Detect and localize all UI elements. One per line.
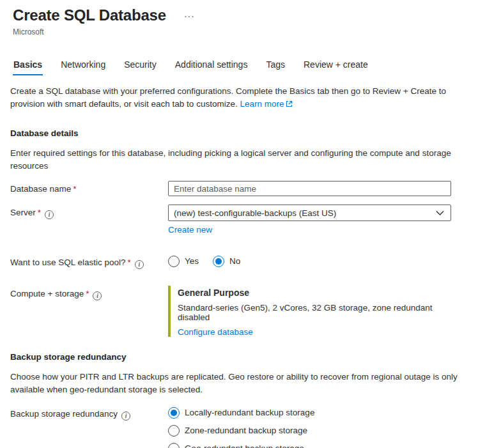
radio-option-label: Geo-redundant backup storage bbox=[185, 443, 304, 448]
server-label: Server*i bbox=[10, 205, 168, 219]
page-header: Create SQL Database ··· Microsoft bbox=[13, 6, 465, 36]
tab-security[interactable]: Security bbox=[123, 58, 157, 75]
backup-description: Choose how your PITR and LTR backups are… bbox=[10, 371, 461, 396]
elastic-pool-label: Want to use SQL elastic pool?*i bbox=[10, 254, 168, 269]
tab-review-create[interactable]: Review + create bbox=[303, 58, 369, 75]
learn-more-label: Learn more bbox=[240, 99, 284, 109]
backup-redundancy-row: Backup storage redundancyi Locally-redun… bbox=[10, 406, 465, 448]
elastic-pool-row: Want to use SQL elastic pool?*i Yes No bbox=[10, 254, 465, 269]
radio-option-yes[interactable]: Yes bbox=[168, 256, 199, 267]
more-options-icon[interactable]: ··· bbox=[184, 12, 195, 19]
radio-option-zone-redundant[interactable]: Zone-redundant backup storage bbox=[168, 425, 451, 436]
radio-option-label: Yes bbox=[185, 256, 199, 267]
chevron-down-icon bbox=[436, 208, 444, 218]
tab-networking[interactable]: Networking bbox=[60, 58, 106, 75]
publisher-label: Microsoft bbox=[13, 27, 465, 36]
configure-database-link[interactable]: Configure database bbox=[178, 327, 253, 337]
intro-text: Create a SQL database with your preferre… bbox=[10, 85, 461, 111]
info-icon[interactable]: i bbox=[45, 210, 54, 219]
backup-redundancy-radio-group: Locally-redundant backup storage Zone-re… bbox=[168, 406, 451, 448]
compute-storage-label: Compute + storage*i bbox=[10, 286, 168, 300]
database-name-label-text: Database name bbox=[10, 184, 71, 194]
tab-additional-settings[interactable]: Additional settings bbox=[174, 58, 249, 75]
section-heading-backup: Backup storage redundancy bbox=[10, 352, 465, 362]
tab-basics[interactable]: Basics bbox=[13, 58, 43, 75]
create-new-link[interactable]: Create new bbox=[168, 225, 212, 235]
radio-option-label: Locally-redundant backup storage bbox=[185, 407, 314, 419]
database-name-label: Database name* bbox=[10, 181, 168, 195]
elastic-pool-radio-group: Yes No bbox=[168, 254, 451, 267]
compute-storage-row: Compute + storage*i General Purpose Stan… bbox=[10, 286, 465, 337]
required-asterisk: * bbox=[73, 184, 76, 194]
radio-icon bbox=[168, 425, 180, 436]
external-link-icon bbox=[286, 98, 293, 111]
service-tier-name: General Purpose bbox=[178, 286, 451, 298]
radio-selected-icon bbox=[213, 256, 224, 267]
service-tier-detail: Standard-series (Gen5), 2 vCores, 32 GB … bbox=[178, 303, 451, 322]
backup-redundancy-label: Backup storage redundancyi bbox=[10, 406, 168, 421]
info-icon[interactable]: i bbox=[121, 412, 130, 421]
tab-tags[interactable]: Tags bbox=[265, 58, 286, 75]
server-row: Server*i (new) test-configurable-backups… bbox=[10, 205, 465, 235]
required-asterisk: * bbox=[128, 258, 131, 267]
intro-text-body: Create a SQL database with your preferre… bbox=[10, 86, 446, 109]
create-sql-database-page: Create SQL Database ··· Microsoft Basics… bbox=[0, 0, 478, 448]
tab-bar: Basics Networking Security Additional se… bbox=[13, 58, 465, 75]
server-select[interactable]: (new) test-configurable-backups (East US… bbox=[168, 205, 451, 221]
radio-option-geo-redundant[interactable]: Geo-redundant backup storage bbox=[168, 443, 451, 448]
radio-option-label: No bbox=[229, 256, 240, 267]
compute-storage-label-text: Compute + storage bbox=[10, 289, 84, 298]
database-name-input[interactable] bbox=[168, 181, 451, 196]
info-icon[interactable]: i bbox=[93, 291, 102, 300]
radio-selected-icon bbox=[168, 407, 180, 419]
radio-icon bbox=[168, 256, 180, 267]
server-label-text: Server bbox=[10, 208, 36, 217]
learn-more-link[interactable]: Learn more bbox=[240, 99, 293, 109]
page-title: Create SQL Database bbox=[13, 6, 166, 24]
section-heading-database-details: Database details bbox=[10, 128, 465, 138]
server-selected-value: (new) test-configurable-backups (East US… bbox=[174, 208, 336, 218]
radio-option-locally-redundant[interactable]: Locally-redundant backup storage bbox=[168, 407, 451, 419]
service-tier-card: General Purpose Standard-series (Gen5), … bbox=[168, 286, 451, 337]
radio-option-no[interactable]: No bbox=[213, 256, 240, 267]
backup-redundancy-label-text: Backup storage redundancy bbox=[10, 409, 118, 419]
database-details-description: Enter required settings for this databas… bbox=[10, 147, 461, 173]
required-asterisk: * bbox=[38, 208, 41, 217]
elastic-pool-label-text: Want to use SQL elastic pool? bbox=[10, 258, 126, 267]
database-name-row: Database name* bbox=[10, 181, 465, 196]
info-icon[interactable]: i bbox=[135, 260, 144, 269]
required-asterisk: * bbox=[86, 289, 89, 298]
radio-icon bbox=[168, 443, 180, 448]
radio-option-label: Zone-redundant backup storage bbox=[185, 425, 307, 436]
